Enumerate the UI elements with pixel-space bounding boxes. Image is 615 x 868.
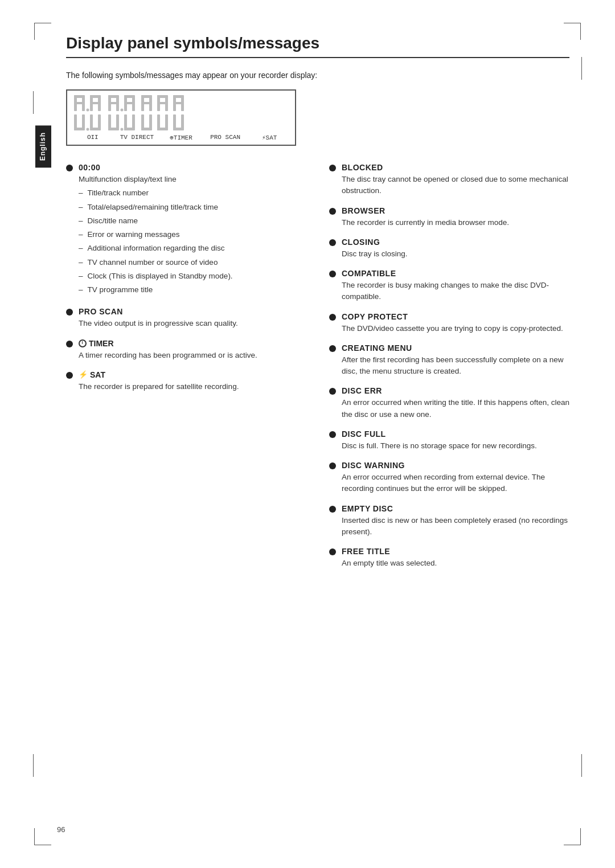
- bullet-title-closing: CLOSING: [342, 238, 408, 247]
- list-item-time: 00:00 Multifunction display/text line Ti…: [66, 163, 306, 298]
- label-timer: ⊕TIMER: [161, 134, 201, 141]
- page: Display panel symbols/messages The follo…: [0, 0, 615, 868]
- bullet-dot-disc-err: [329, 388, 336, 395]
- sub-item-disc-title: Disc/title name: [79, 215, 233, 227]
- bullet-dot-browser: [329, 208, 336, 215]
- list-item-disc-full: DISC FULL Disc is full. There is no stor…: [329, 429, 569, 452]
- svg-point-40: [121, 128, 124, 131]
- list-item-sat: ⚡ SAT The recorder is prepared for satel…: [66, 370, 306, 392]
- bullet-content-pro-scan: PRO SCAN The video output is in progress…: [79, 307, 238, 329]
- page-content: Display panel symbols/messages The follo…: [66, 34, 569, 578]
- bullet-title-disc-err: DISC ERR: [342, 386, 569, 395]
- label-sat: ⚡SAT: [249, 134, 289, 141]
- sub-item-total-elapsed: Total/elapsed/remaining title/track time: [79, 202, 233, 213]
- bullet-dot-blocked: [329, 165, 336, 171]
- bullet-content-disc-full: DISC FULL Disc is full. There is no stor…: [342, 429, 537, 452]
- list-item-blocked: BLOCKED The disc tray cannot be opened o…: [329, 163, 569, 197]
- bullet-desc-disc-warning: An error occurred when recording from ex…: [342, 472, 569, 495]
- bullet-dot-time: [66, 165, 73, 171]
- bullet-dot-disc-warning: [329, 462, 336, 469]
- bullet-desc-disc-full: Disc is full. There is no storage space …: [342, 440, 537, 452]
- list-item-closing: CLOSING Disc tray is closing.: [329, 238, 569, 260]
- sat-icon: ⚡: [79, 370, 88, 379]
- svg-rect-29: [173, 102, 183, 104]
- svg-point-33: [87, 128, 89, 131]
- bullet-title-compatible: COMPATIBLE: [342, 269, 569, 278]
- bullet-content-free-title: FREE TITLE An empty title was selected.: [342, 547, 437, 569]
- bullet-content-closing: CLOSING Disc tray is closing.: [342, 238, 408, 260]
- bullet-dot-creating-menu: [329, 345, 336, 352]
- list-item-disc-warning: DISC WARNING An error occurred when reco…: [329, 461, 569, 495]
- bullet-content-copy-protect: COPY PROTECT The DVD/video cassette you …: [342, 312, 563, 334]
- left-column: 00:00 Multifunction display/text line Ti…: [66, 163, 306, 578]
- bullet-content-browser: BROWSER The recorder is currently in med…: [342, 206, 509, 228]
- bullet-dot-closing: [329, 239, 336, 246]
- bullet-desc-browser: The recorder is currently in media brows…: [342, 217, 509, 228]
- bullet-dot-pro-scan: [66, 309, 73, 316]
- bullet-content-sat: ⚡ SAT The recorder is prepared for satel…: [79, 370, 239, 392]
- display-labels: OII TV DIRECT ⊕TIMER PRO SCAN ⚡SAT: [73, 134, 289, 141]
- svg-rect-49: [165, 114, 168, 130]
- svg-rect-32: [82, 114, 85, 130]
- sat-label: SAT: [90, 370, 105, 379]
- label-pro-scan: PRO SCAN: [206, 134, 245, 141]
- list-item-creating-menu: CREATING MENU After the first recording …: [329, 343, 569, 378]
- bullet-dot-timer: [66, 341, 73, 347]
- bullet-dot-compatible: [329, 271, 336, 277]
- bullet-title-time: 00:00: [79, 163, 233, 172]
- right-column: BLOCKED The disc tray cannot be opened o…: [329, 163, 569, 578]
- bullet-desc-sat: The recorder is prepared for satellite r…: [79, 381, 239, 392]
- sub-item-tv-programme: TV programme title: [79, 284, 233, 296]
- bullet-dot-empty-disc: [329, 506, 336, 513]
- bullet-dot-disc-full: [329, 431, 336, 438]
- bullet-title-free-title: FREE TITLE: [342, 547, 437, 556]
- bullet-content-time: 00:00 Multifunction display/text line Ti…: [79, 163, 233, 298]
- list-item-disc-err: DISC ERR An error occurred when writing …: [329, 386, 569, 420]
- bullet-desc-closing: Disc tray is closing.: [342, 248, 408, 260]
- svg-point-13: [121, 109, 124, 112]
- sub-item-tv-channel: TV channel number or source of video: [79, 257, 233, 268]
- bullet-desc-empty-disc: Inserted disc is new or has been complet…: [342, 515, 569, 538]
- bullet-dot-sat: [66, 372, 73, 379]
- list-item-pro-scan: PRO SCAN The video output is in progress…: [66, 307, 306, 329]
- bullet-desc-free-title: An empty title was selected.: [342, 558, 437, 569]
- bullet-dot-free-title: [329, 548, 336, 555]
- bullet-title-blocked: BLOCKED: [342, 163, 569, 172]
- page-title: Display panel symbols/messages: [66, 34, 569, 58]
- display-row-2: [73, 113, 289, 132]
- bullet-desc-time: Multifunction display/text line: [79, 174, 233, 185]
- bullet-desc-timer: A timer recording has been programmed or…: [79, 350, 257, 361]
- seg-display-row2: [73, 113, 289, 132]
- bullet-desc-copy-protect: The DVD/video cassette you are trying to…: [342, 323, 563, 334]
- bullet-content-empty-disc: EMPTY DISC Inserted disc is new or has b…: [342, 504, 569, 538]
- svg-rect-21: [141, 102, 151, 104]
- bullet-title-pro-scan: PRO SCAN: [79, 307, 238, 316]
- list-item-free-title: FREE TITLE An empty title was selected.: [329, 547, 569, 569]
- bullet-desc-creating-menu: After the first recording has been succe…: [342, 354, 569, 378]
- bullet-content-compatible: COMPATIBLE The recorder is busy making c…: [342, 269, 569, 303]
- svg-rect-52: [181, 114, 184, 130]
- svg-rect-12: [108, 102, 118, 104]
- svg-rect-3: [74, 102, 84, 104]
- svg-rect-25: [157, 102, 167, 104]
- sub-list-time: Title/track number Total/elapsed/remaini…: [79, 187, 233, 296]
- bullet-title-browser: BROWSER: [342, 206, 509, 215]
- bullet-content-disc-err: DISC ERR An error occurred when writing …: [342, 386, 569, 420]
- list-item-timer: TIMER A timer recording has been program…: [66, 339, 306, 361]
- sub-item-additional-info: Additional information regarding the dis…: [79, 243, 233, 254]
- bullet-content-timer: TIMER A timer recording has been program…: [79, 339, 257, 361]
- display-panel-image: OII TV DIRECT ⊕TIMER PRO SCAN ⚡SAT: [66, 89, 296, 146]
- svg-rect-8: [90, 102, 100, 104]
- list-item-compatible: COMPATIBLE The recorder is busy making c…: [329, 269, 569, 303]
- seg-display-row1: [73, 94, 289, 112]
- bullet-content-blocked: BLOCKED The disc tray cannot be opened o…: [342, 163, 569, 197]
- page-number: 96: [57, 825, 65, 834]
- bullet-title-disc-full: DISC FULL: [342, 429, 537, 439]
- svg-rect-43: [132, 114, 135, 130]
- svg-rect-39: [116, 114, 119, 130]
- timer-icon: [79, 339, 87, 347]
- timer-label: TIMER: [89, 339, 114, 348]
- list-item-empty-disc: EMPTY DISC Inserted disc is new or has b…: [329, 504, 569, 538]
- svg-rect-46: [149, 114, 152, 130]
- svg-rect-17: [124, 102, 134, 104]
